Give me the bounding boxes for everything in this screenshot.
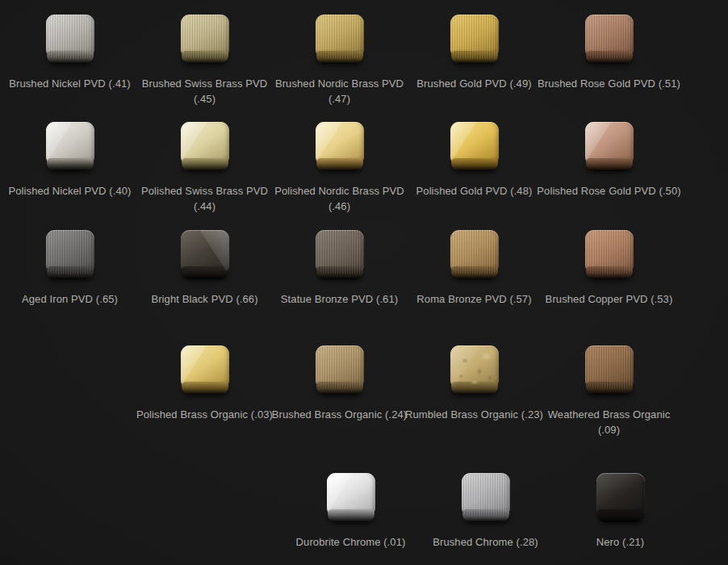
brushed-copper-swatch [585, 230, 634, 274]
polished-nickel-swatch [46, 122, 94, 165]
finish-option-bright-black-pvd[interactable]: Bright Black PVD (.66) [137, 230, 272, 307]
brushed-nickel-swatch [46, 15, 94, 58]
finish-option-weathered-brass-organic[interactable]: Weathered Brass Organic (.09) [542, 345, 676, 437]
brushed-chrome-swatch [462, 473, 510, 517]
polished-swiss-brass-swatch [181, 122, 229, 165]
finish-option-nero[interactable]: Nero (.21) [553, 473, 688, 550]
finish-label: Brushed Copper PVD (.53) [529, 291, 690, 307]
finish-row-dark-bronze-pvd: Aged Iron PVD (.65) Bright Black PVD (.6… [0, 230, 676, 307]
finish-option-statue-bronze-pvd[interactable]: Statue Bronze PVD (.61) [272, 230, 407, 307]
brushed-rose-gold-swatch [585, 15, 634, 58]
polished-rose-gold-swatch [585, 122, 634, 165]
finish-row-polished-pvd: Polished Nickel PVD (.40) Polished Swiss… [0, 122, 676, 214]
finish-option-roma-bronze-pvd[interactable]: Roma Bronze PVD (.57) [407, 230, 542, 307]
finish-option-brushed-chrome[interactable]: Brushed Chrome (.28) [418, 473, 553, 550]
finish-option-durobrite-chrome[interactable]: Durobrite Chrome (.01) [283, 473, 418, 550]
finish-option-rumbled-brass-organic[interactable]: Rumbled Brass Organic (.23) [407, 345, 542, 437]
finish-row-brushed-pvd: Brushed Nickel PVD (.41) Brushed Swiss B… [0, 15, 676, 107]
finish-row-chrome: Durobrite Chrome (.01) Brushed Chrome (.… [0, 473, 688, 550]
finish-option-polished-nordic-brass-pvd[interactable]: Polished Nordic Brass PVD (.46) [272, 122, 407, 214]
statue-bronze-swatch [316, 230, 364, 274]
finish-option-polished-swiss-brass-pvd[interactable]: Polished Swiss Brass PVD (.44) [137, 122, 272, 214]
finish-label: Weathered Brass Organic (.09) [529, 407, 690, 437]
durobrite-chrome-swatch [327, 473, 375, 517]
brushed-swiss-brass-swatch [181, 15, 229, 58]
finish-option-brushed-copper-pvd[interactable]: Brushed Copper PVD (.53) [542, 230, 676, 307]
finish-option-polished-gold-pvd[interactable]: Polished Gold PVD (.48) [407, 122, 542, 214]
polished-nordic-brass-swatch [316, 122, 364, 165]
finish-option-brushed-nordic-brass-pvd[interactable]: Brushed Nordic Brass PVD (.47) [272, 15, 407, 107]
finish-option-brushed-swiss-brass-pvd[interactable]: Brushed Swiss Brass PVD (.45) [137, 15, 272, 107]
polished-brass-organic-swatch [181, 345, 229, 389]
finish-option-polished-nickel-pvd[interactable]: Polished Nickel PVD (.40) [2, 122, 137, 214]
brushed-gold-swatch [450, 15, 499, 58]
aged-iron-swatch [46, 230, 94, 274]
finish-option-brushed-nickel-pvd[interactable]: Brushed Nickel PVD (.41) [2, 15, 137, 107]
brushed-brass-organic-swatch [316, 345, 364, 389]
finish-selector-panel: Brushed Nickel PVD (.41) Brushed Swiss B… [0, 0, 728, 565]
nero-swatch [596, 473, 645, 517]
finish-option-brushed-brass-organic[interactable]: Brushed Brass Organic (.24) [272, 345, 407, 437]
finish-option-polished-brass-organic[interactable]: Polished Brass Organic (.03) [137, 345, 272, 437]
finish-label: Polished Rose Gold PVD (.50) [529, 183, 690, 199]
finish-label: Nero (.21) [540, 534, 701, 550]
finish-row-organic-brass: Polished Brass Organic (.03) Brushed Bra… [0, 345, 676, 437]
finish-option-brushed-rose-gold-pvd[interactable]: Brushed Rose Gold PVD (.51) [542, 15, 676, 107]
bright-black-swatch [181, 230, 229, 274]
brushed-nordic-brass-swatch [316, 15, 364, 58]
weathered-brass-organic-swatch [585, 345, 634, 389]
rumbled-brass-organic-swatch [450, 345, 499, 389]
finish-option-aged-iron-pvd[interactable]: Aged Iron PVD (.65) [2, 230, 137, 307]
polished-gold-swatch [450, 122, 499, 165]
finish-option-brushed-gold-pvd[interactable]: Brushed Gold PVD (.49) [407, 15, 542, 107]
finish-option-polished-rose-gold-pvd[interactable]: Polished Rose Gold PVD (.50) [542, 122, 676, 214]
finish-label: Brushed Rose Gold PVD (.51) [529, 76, 690, 91]
roma-bronze-swatch [450, 230, 499, 274]
